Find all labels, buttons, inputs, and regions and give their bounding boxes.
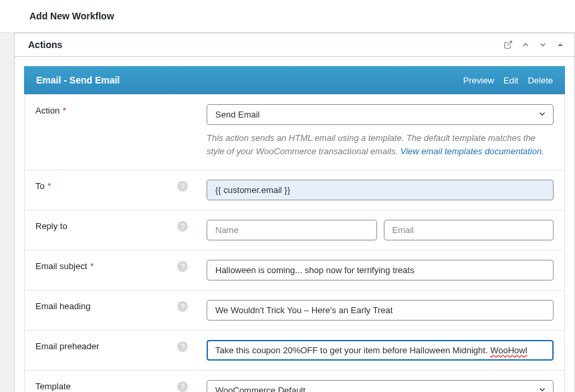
heading-label: Email heading	[35, 301, 90, 311]
chevron-down-icon[interactable]	[537, 39, 549, 51]
to-input[interactable]	[207, 180, 554, 200]
help-icon[interactable]: ?	[177, 261, 188, 272]
chevron-up-icon[interactable]	[520, 39, 532, 51]
reply-to-label: Reply to	[35, 221, 68, 231]
edit-link[interactable]: Edit	[503, 75, 518, 85]
reply-to-email-input[interactable]	[384, 220, 554, 240]
template-select[interactable]: WooCommerce Default	[207, 380, 554, 392]
subject-label: Email subject *	[35, 261, 94, 271]
to-label: To *	[35, 181, 51, 191]
subject-input[interactable]	[207, 260, 554, 280]
postbox-title: Actions	[28, 39, 62, 50]
delete-link[interactable]: Delete	[528, 75, 553, 85]
caret-up-icon[interactable]	[554, 39, 566, 51]
page-title: Add New Workflow	[0, 0, 575, 33]
external-link-icon[interactable]	[502, 39, 514, 51]
help-icon[interactable]: ?	[177, 381, 188, 392]
preheader-input[interactable]: Take this coupon 20%OFF to get your item…	[207, 340, 554, 361]
help-icon[interactable]: ?	[177, 181, 188, 192]
reply-to-name-input[interactable]	[207, 220, 377, 240]
action-select[interactable]: Send Email	[207, 104, 554, 125]
docs-link[interactable]: View email templates documentation.	[400, 146, 544, 156]
help-icon[interactable]: ?	[177, 221, 188, 232]
action-header-title: Email - Send Email	[36, 75, 120, 85]
action-header: Email - Send Email Preview Edit Delete	[24, 66, 565, 94]
action-description: This action sends an HTML email using a …	[207, 132, 554, 158]
heading-input[interactable]	[207, 300, 554, 321]
help-icon[interactable]: ?	[177, 341, 188, 352]
template-label: Template	[35, 381, 71, 391]
help-icon[interactable]: ?	[177, 301, 188, 312]
action-label: Action *	[35, 106, 66, 116]
preheader-label: Email preheader	[35, 341, 99, 351]
preview-link[interactable]: Preview	[463, 75, 494, 85]
svg-line-0	[507, 41, 511, 45]
